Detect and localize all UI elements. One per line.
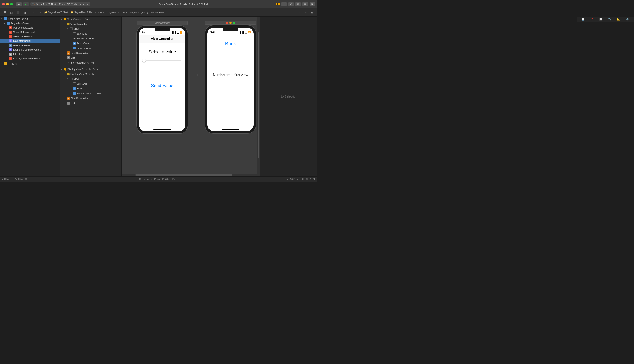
phone1-content: Select a value Send Value	[139, 43, 185, 95]
run-button[interactable]: ▶	[23, 2, 29, 6]
scene-fr1[interactable]: FR First Responder	[60, 50, 121, 56]
dot-red	[226, 22, 228, 24]
warning-badge[interactable]: 5	[276, 3, 280, 6]
maximize-button[interactable]	[10, 3, 13, 6]
minimize-button[interactable]	[6, 3, 9, 6]
phone1-screen: 9:41 ▌▌▌ ▂ 📶 View Controller Select a va…	[139, 28, 185, 131]
safearea-icon	[73, 82, 76, 85]
view-icon	[70, 78, 73, 80]
scene-entry[interactable]: → Storyboard Entry Point	[60, 60, 121, 65]
next-button[interactable]: ›	[38, 10, 43, 15]
phone1-home-indicator	[153, 129, 171, 130]
v-scrollbar-thumb[interactable]	[258, 32, 259, 158]
button-label: Send Value	[77, 42, 89, 44]
phone1-notch	[154, 28, 170, 32]
view-layout2-button[interactable]: ▦	[302, 2, 308, 6]
button-icon: B	[73, 42, 76, 44]
sidebar-item-displayvc[interactable]: S DisplayViewController.swift	[0, 56, 60, 61]
status-bar-center: ▤ View as: iPhone 11 (⌘C ↑R)	[29, 178, 285, 181]
debug-toggle[interactable]: ⬛	[15, 10, 21, 15]
scene-display-vc-scene[interactable]: Display View Controller Scene	[60, 67, 121, 72]
breadcrumb-item-1[interactable]: 📁 SeguePassToNext	[44, 11, 68, 14]
sidebar-item-assets[interactable]: A Assets.xcassets	[0, 43, 60, 48]
sidebar-item-plist[interactable]: P Info.plist	[0, 52, 60, 56]
warning-button[interactable]: ⚠	[296, 10, 302, 15]
scene-exit1[interactable]: E Exit	[60, 56, 121, 60]
entry-label: Storyboard Entry Point	[71, 61, 95, 64]
sidebar-item-root[interactable]: SeguePassToNext	[0, 17, 60, 21]
grid-filter-icon[interactable]: ▦	[25, 178, 27, 181]
scene-number-label[interactable]: L Number from first view	[60, 91, 121, 96]
sidebar-item-label: Info.plist	[13, 53, 22, 56]
scene-vc-scene[interactable]: View Controller Scene	[60, 17, 121, 22]
inspector-toggle-bottom[interactable]: ◨	[313, 178, 315, 181]
split-view-button[interactable]: ⇄	[288, 2, 294, 6]
add-button[interactable]: +	[281, 2, 287, 6]
scene-back-button[interactable]: B Back	[60, 86, 121, 91]
sidebar-item-label: SeguePassToNext	[11, 22, 31, 24]
toolbar: ☰ ◫ ⬛ ◨ ‹ › 📁 SeguePassToNext › 📁 SegueP…	[0, 8, 317, 17]
sidebar-item-label: SceneDelegate.swift	[13, 31, 35, 34]
zoom-in-button[interactable]: +	[297, 178, 298, 181]
scene-safe-area[interactable]: Safe Area	[60, 31, 121, 36]
phone1-send-button[interactable]: Send Value	[151, 83, 173, 88]
swift-icon: S	[9, 35, 12, 38]
fit-page-icon[interactable]: ⊞	[302, 178, 304, 181]
inspector-toggle[interactable]: ◨	[22, 10, 27, 15]
main-layout: SeguePassToNext SeguePassToNext S AppDel…	[0, 17, 317, 176]
dot-yellow	[229, 22, 232, 24]
scene-select-value[interactable]: L Select a value	[60, 46, 121, 50]
scene-exit2[interactable]: E Exit	[60, 101, 121, 106]
phone1-slider-track	[143, 60, 181, 61]
scene-send-value[interactable]: B Send Value	[60, 41, 121, 46]
phone1-nav-bar: View Controller	[139, 34, 185, 43]
horizontal-scrollbar[interactable]	[121, 174, 260, 176]
label-icon: L	[73, 47, 76, 50]
plus-filter-icon[interactable]: +	[2, 178, 3, 181]
zoom-out-button[interactable]: −	[287, 178, 288, 181]
layout-switcher1[interactable]: ▤	[305, 178, 308, 181]
scene-display-safe-area[interactable]: Safe Area	[60, 81, 121, 86]
breadcrumb-item-2[interactable]: 📁 SeguePassToNext	[70, 11, 94, 14]
layout-switcher2[interactable]: ⊞	[309, 178, 311, 181]
scheme-selector[interactable]: 🔨 SeguePassToNext › iPhone SE (2nd gener…	[30, 2, 90, 6]
view-layout1-button[interactable]: ▤	[295, 2, 301, 6]
h-scrollbar-thumb[interactable]	[135, 174, 232, 176]
sidebar-item-group[interactable]: SeguePassToNext	[0, 21, 60, 26]
phone2-time: 9:41	[210, 31, 215, 34]
sidebar-item-label: Main.storyboard	[13, 40, 31, 42]
vc-label: View Controller	[70, 23, 87, 25]
sidebar-item-scenedelegate[interactable]: S SceneDelegate.swift	[0, 30, 60, 34]
sidebar-item-launch[interactable]: S LaunchScreen.storyboard	[0, 48, 60, 52]
close-button[interactable]	[2, 3, 5, 6]
error-button[interactable]: ≡	[303, 10, 309, 15]
scene-vc[interactable]: View Controller	[60, 22, 121, 26]
view-layout3-button[interactable]: ▣	[310, 2, 315, 6]
scene-vc-view[interactable]: View	[60, 26, 121, 31]
scene-h-slider[interactable]: • Horizontal Slider	[60, 36, 121, 41]
prev-button[interactable]: ‹	[31, 10, 37, 15]
grid-button[interactable]: ⊞	[310, 10, 315, 15]
breadcrumb-item-3[interactable]: 🗂 Main.storyboard	[97, 11, 117, 14]
sidebar-item-label: Assets.xcassets	[13, 44, 31, 46]
breadcrumb-item-4[interactable]: 🗂 Main.storyboard (Base)	[120, 11, 148, 14]
filter-right-icon[interactable]: ⊙	[15, 178, 17, 181]
layout-icon[interactable]: ▤	[139, 178, 141, 180]
sidebar-item-appdelegate[interactable]: S AppDelegate.swift	[0, 26, 60, 30]
sidebar-item-main-storyboard[interactable]: S Main.storyboard	[0, 39, 60, 43]
sidebar-item-viewcontroller[interactable]: S ViewController.swift	[0, 34, 60, 39]
navigator-toggle[interactable]: ◫	[8, 10, 14, 15]
exit-icon: E	[67, 56, 70, 59]
separator	[29, 10, 29, 14]
canvas-area[interactable]: View Controller 9:41 ▌▌▌ ▂ 📶 View Contro…	[121, 17, 260, 176]
sidebar-toggle[interactable]: ☰	[2, 10, 8, 15]
sidebar-item-products[interactable]: Products	[0, 62, 60, 66]
stop-button[interactable]: ■	[16, 2, 22, 6]
scene-fr2[interactable]: FR First Responder	[60, 96, 121, 101]
phone2-back-button[interactable]: Back	[225, 41, 236, 46]
scene-display-view[interactable]: View	[60, 76, 121, 81]
scene-display-vc[interactable]: Display View Controller	[60, 72, 121, 76]
label-icon: L	[73, 92, 76, 95]
vertical-scrollbar[interactable]	[257, 17, 260, 174]
breadcrumb-item-5[interactable]: No Selection	[151, 11, 164, 14]
